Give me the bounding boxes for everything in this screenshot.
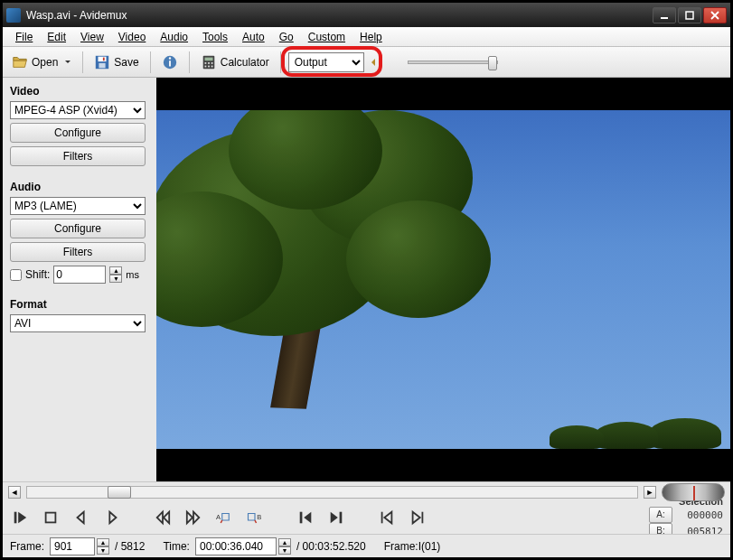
- format-select[interactable]: AVI: [10, 314, 146, 332]
- close-button[interactable]: [703, 7, 727, 23]
- background-trees: [522, 413, 721, 449]
- info-icon: [162, 54, 178, 70]
- goto-end-button[interactable]: [326, 508, 346, 527]
- frame-total: / 5812: [115, 540, 145, 553]
- mark-b-button[interactable]: B: [245, 508, 265, 527]
- menu-file[interactable]: File: [8, 29, 40, 45]
- timeline-step-back[interactable]: ◄: [8, 486, 21, 499]
- transport-bar: A B Selection A: 000000 B: 005812: [3, 501, 730, 534]
- audio-section-label: Audio: [10, 181, 151, 193]
- shift-spinner[interactable]: ▲▼: [109, 266, 122, 283]
- frame-type: Frame:I(01): [384, 540, 441, 553]
- rewind-button[interactable]: [153, 508, 173, 527]
- selection-a-button[interactable]: A:: [649, 507, 672, 523]
- open-button[interactable]: Open: [8, 51, 75, 74]
- toolbar-separator: [82, 51, 83, 73]
- toolbar-separator: [280, 51, 281, 73]
- letterbox-top: [156, 78, 730, 110]
- menu-view[interactable]: View: [73, 29, 111, 45]
- svg-rect-16: [211, 65, 212, 67]
- calculator-button[interactable]: Calculator: [197, 51, 273, 74]
- svg-rect-13: [211, 62, 212, 64]
- svg-rect-21: [300, 512, 303, 524]
- ms-label: ms: [126, 269, 139, 280]
- expand-icon[interactable]: [370, 55, 384, 70]
- output-preview-group: Output: [288, 52, 384, 72]
- audio-configure-button[interactable]: Configure: [10, 219, 146, 238]
- format-section-label: Format: [10, 298, 151, 311]
- next-frame-button[interactable]: [102, 508, 122, 527]
- shift-checkbox[interactable]: [10, 269, 22, 281]
- svg-rect-1: [686, 12, 693, 19]
- save-button[interactable]: Save: [90, 51, 142, 74]
- app-window: Wasp.avi - Avidemux File Edit View Video…: [0, 0, 733, 560]
- svg-rect-15: [208, 65, 210, 67]
- svg-text:B: B: [257, 513, 261, 521]
- goto-start-button[interactable]: [296, 508, 315, 527]
- timeline-track[interactable]: [26, 486, 638, 499]
- toolbar-separator: [150, 51, 151, 73]
- timeline-row: ◄ ►: [3, 481, 730, 501]
- audio-codec-select[interactable]: MP3 (LAME): [10, 197, 146, 215]
- time-input[interactable]: 00:00:36.040: [195, 537, 277, 555]
- frame-spinner[interactable]: ▲▼: [97, 538, 109, 555]
- toolbar: Open Save Calculator Output: [3, 47, 730, 78]
- prev-keyframe-button[interactable]: [377, 508, 397, 527]
- time-total: / 00:03:52.520: [296, 540, 366, 553]
- output-preview-select[interactable]: Output: [288, 52, 364, 72]
- svg-rect-14: [204, 65, 206, 67]
- selection-a-value: 000000: [676, 509, 723, 521]
- svg-text:A: A: [216, 513, 221, 521]
- stop-button[interactable]: [41, 508, 61, 527]
- maximize-button[interactable]: [678, 7, 701, 23]
- svg-rect-11: [204, 62, 206, 64]
- menu-custom[interactable]: Custom: [301, 29, 352, 45]
- frame-label: Frame:: [10, 540, 44, 553]
- floppy-save-icon: [94, 54, 110, 70]
- svg-rect-4: [99, 62, 106, 67]
- tree-graphic: [156, 110, 500, 399]
- mark-a-button[interactable]: A: [214, 508, 234, 527]
- svg-point-8: [169, 57, 171, 59]
- video-configure-button[interactable]: Configure: [10, 123, 146, 143]
- window-title: Wasp.avi - Avidemux: [26, 9, 653, 22]
- svg-rect-24: [422, 512, 424, 524]
- info-button[interactable]: [158, 51, 182, 74]
- fast-forward-button[interactable]: [183, 508, 203, 527]
- menu-help[interactable]: Help: [352, 29, 390, 45]
- menu-go[interactable]: Go: [272, 29, 301, 45]
- chevron-down-icon: [64, 59, 71, 66]
- timeline-thumb[interactable]: [108, 486, 131, 499]
- shift-label: Shift:: [25, 268, 50, 281]
- menu-video[interactable]: Video: [111, 29, 153, 45]
- svg-rect-17: [14, 512, 17, 524]
- frame-input[interactable]: 901: [50, 537, 95, 555]
- menubar: File Edit View Video Audio Tools Auto Go…: [3, 27, 730, 47]
- video-filters-button[interactable]: Filters: [10, 146, 146, 166]
- minimize-button[interactable]: [653, 7, 676, 23]
- play-button[interactable]: [10, 508, 30, 527]
- menu-tools[interactable]: Tools: [195, 29, 235, 45]
- menu-auto[interactable]: Auto: [235, 29, 272, 45]
- video-codec-select[interactable]: MPEG-4 ASP (Xvid4): [10, 101, 146, 119]
- prev-frame-button[interactable]: [71, 508, 91, 527]
- next-keyframe-button[interactable]: [408, 508, 428, 527]
- svg-rect-7: [169, 61, 171, 66]
- shift-input[interactable]: [53, 266, 106, 284]
- svg-rect-22: [340, 512, 343, 524]
- time-spinner[interactable]: ▲▼: [278, 538, 291, 555]
- svg-rect-23: [381, 512, 383, 524]
- slider-thumb[interactable]: [488, 56, 497, 70]
- svg-rect-10: [204, 57, 212, 61]
- menu-audio[interactable]: Audio: [153, 29, 195, 45]
- volume-slider[interactable]: [408, 61, 498, 64]
- audio-filters-button[interactable]: Filters: [10, 242, 146, 262]
- svg-rect-18: [46, 513, 56, 523]
- video-preview: [156, 78, 730, 481]
- jog-wheel[interactable]: [662, 483, 725, 501]
- video-frame-image: [156, 110, 730, 449]
- svg-rect-3: [99, 56, 107, 61]
- app-icon: [6, 8, 21, 23]
- menu-edit[interactable]: Edit: [40, 29, 73, 45]
- svg-rect-0: [661, 17, 668, 19]
